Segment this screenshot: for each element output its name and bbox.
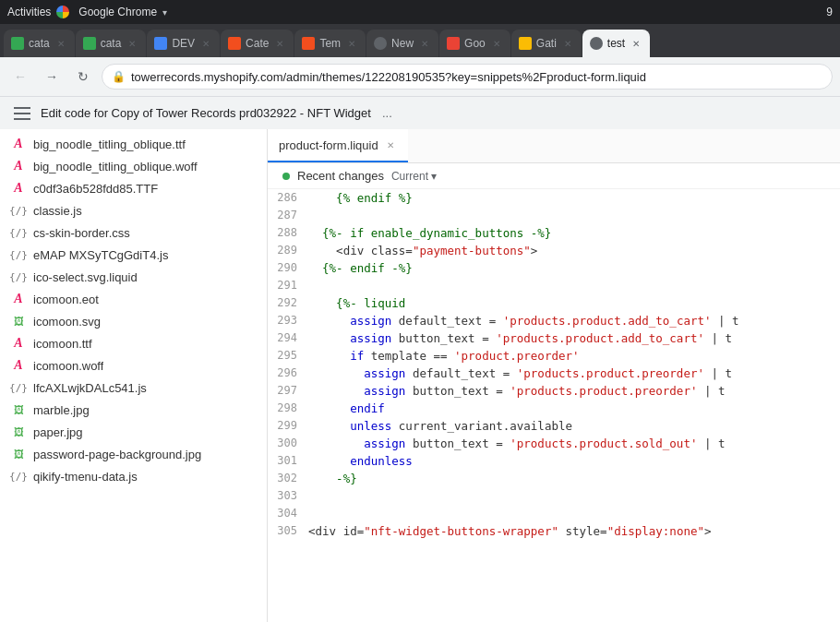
font-file-icon: A xyxy=(11,336,26,351)
sidebar-item[interactable]: Abig_noodle_titling_oblique.woff xyxy=(0,155,267,177)
tab-close-cata2[interactable]: ✕ xyxy=(126,37,138,50)
line-number: 298 xyxy=(268,400,305,417)
image-file-icon: 🖼 xyxy=(11,447,26,461)
line-number: 299 xyxy=(268,417,305,435)
line-content[interactable]: if template == 'product.preorder' xyxy=(305,347,840,365)
tab-close-dev[interactable]: ✕ xyxy=(199,37,212,50)
lock-icon: 🔒 xyxy=(112,70,126,83)
line-content[interactable]: assign default_text = 'products.product.… xyxy=(305,312,840,329)
line-content[interactable]: {%- if enable_dynamic_buttons -%} xyxy=(305,224,840,242)
sidebar-item[interactable]: {/}ico-select.svg.liquid xyxy=(0,266,267,288)
tab-goo[interactable]: Goo ✕ xyxy=(439,30,510,57)
tab-close-cate[interactable]: ✕ xyxy=(273,37,286,50)
sidebar-item-name: cs-skin-border.css xyxy=(33,226,130,240)
code-line: 298 endif xyxy=(268,400,840,417)
tab-test[interactable]: test ✕ xyxy=(582,30,650,57)
sidebar-item[interactable]: 🖼marble.jpg xyxy=(0,399,267,421)
tab-favicon-gati xyxy=(519,37,532,50)
sidebar-item-name: c0df3a6b528fdd85.TTF xyxy=(33,182,158,196)
activities-label[interactable]: Activities xyxy=(7,6,51,18)
code-line: 289 <div class="payment-buttons"> xyxy=(268,242,840,259)
tab-close-gati[interactable]: ✕ xyxy=(561,37,574,50)
line-number: 303 xyxy=(268,487,305,505)
recent-changes-dot xyxy=(282,173,290,180)
forward-button[interactable]: → xyxy=(39,64,65,90)
url-bar[interactable]: 🔒 towerrecords.myshopify.com/admin/theme… xyxy=(102,64,833,90)
tab-dev[interactable]: DEV ✕ xyxy=(147,30,220,57)
tab-cate[interactable]: Cate ✕ xyxy=(221,30,294,57)
line-number: 295 xyxy=(268,347,305,365)
tab-close-test[interactable]: ✕ xyxy=(630,37,642,50)
line-content[interactable]: {%- liquid xyxy=(305,294,840,312)
back-button[interactable]: ← xyxy=(7,64,33,90)
line-content[interactable]: <div id="nft-widget-buttons-wrapper" sty… xyxy=(305,522,840,540)
code-editor[interactable]: 286 {% endif %}287 288 {%- if enable_dyn… xyxy=(268,189,840,622)
line-content[interactable]: -%} xyxy=(305,470,840,487)
line-content[interactable]: <div class="payment-buttons"> xyxy=(305,242,840,259)
tab-favicon-goo xyxy=(447,37,460,50)
editor-tab-product-form[interactable]: product-form.liquid ✕ xyxy=(268,129,408,162)
sidebar-item[interactable]: {/}eMAP MXSyTCgGdiT4.js xyxy=(0,244,267,266)
sidebar-item[interactable]: Ac0df3a6b528fdd85.TTF xyxy=(0,177,267,199)
sidebar-item[interactable]: Abig_noodle_titling_oblique.ttf xyxy=(0,133,267,155)
sidebar-item-name: eMAP MXSyTCgGdiT4.js xyxy=(33,248,168,262)
tab-close-tem[interactable]: ✕ xyxy=(345,37,358,50)
sidebar-item[interactable]: Aicomoon.woff xyxy=(0,354,267,377)
line-content[interactable]: unless current_variant.available xyxy=(305,417,840,435)
font-file-icon: A xyxy=(11,181,26,196)
sidebar-item-name: icomoon.woff xyxy=(33,359,103,373)
tab-tem[interactable]: Tem ✕ xyxy=(294,30,366,57)
sidebar-item[interactable]: {/}lfcAXLwjkDALc541.js xyxy=(0,377,267,399)
code-line: 302 -%} xyxy=(268,470,840,487)
line-content[interactable] xyxy=(305,207,840,224)
sidebar-item[interactable]: 🖼icomoon.svg xyxy=(0,310,267,332)
line-number: 305 xyxy=(268,522,305,540)
tab-favicon-cata2 xyxy=(83,37,96,50)
image-file-icon: 🖼 xyxy=(11,314,26,329)
tab-new[interactable]: New ✕ xyxy=(366,30,438,57)
line-content[interactable] xyxy=(305,505,840,522)
sidebar-item[interactable]: 🖼password-page-background.jpg xyxy=(0,443,267,465)
line-content[interactable]: {% endif %} xyxy=(305,189,840,207)
more-options-button[interactable]: ... xyxy=(378,104,396,122)
tab-close-goo[interactable]: ✕ xyxy=(490,37,503,50)
editor-tab-close[interactable]: ✕ xyxy=(384,138,397,151)
sidebar-item[interactable]: {/}cs-skin-border.css xyxy=(0,221,267,244)
line-content[interactable]: assign button_text = 'products.product.p… xyxy=(305,382,840,400)
tab-gati[interactable]: Gati ✕ xyxy=(511,30,582,57)
code-line: 293 assign default_text = 'products.prod… xyxy=(268,312,840,329)
line-content[interactable]: endif xyxy=(305,400,840,417)
sidebar-item[interactable]: Aicomoon.ttf xyxy=(0,332,267,354)
line-content[interactable] xyxy=(305,277,840,294)
line-content[interactable]: assign button_text = 'products.product.a… xyxy=(305,329,840,347)
page-title: Edit code for Copy of Tower Records prd0… xyxy=(41,106,371,120)
current-button[interactable]: Current ▾ xyxy=(391,170,437,183)
font-file-icon: A xyxy=(11,358,26,373)
line-number: 289 xyxy=(268,242,305,259)
sidebar-items: Abig_noodle_titling_oblique.ttfAbig_nood… xyxy=(0,129,267,491)
line-content[interactable]: assign button_text = 'products.product.s… xyxy=(305,435,840,452)
sidebar-item[interactable]: Aicomoon.eot xyxy=(0,288,267,310)
sidebar-item-name: marble.jpg xyxy=(33,403,90,417)
tab-close-cata1[interactable]: ✕ xyxy=(54,37,67,50)
line-content[interactable] xyxy=(305,487,840,505)
sidebar-item[interactable]: {/}qikify-tmenu-data.js xyxy=(0,465,267,487)
sidebar-item-name: password-page-background.jpg xyxy=(33,448,201,461)
code-line: 292 {%- liquid xyxy=(268,294,840,312)
line-content[interactable]: {%- endif -%} xyxy=(305,259,840,277)
line-content[interactable]: endunless xyxy=(305,452,840,470)
sidebar-toggle-button[interactable] xyxy=(11,102,33,125)
sidebar-item-name: icomoon.ttf xyxy=(33,337,92,351)
code-line: 291 xyxy=(268,277,840,294)
code-line: 288 {%- if enable_dynamic_buttons -%} xyxy=(268,224,840,242)
sidebar-item[interactable]: 🖼paper.jpg xyxy=(0,421,267,443)
tab-cata2[interactable]: cata ✕ xyxy=(76,30,147,57)
line-number: 290 xyxy=(268,259,305,277)
hamburger-icon xyxy=(14,107,30,120)
line-content[interactable]: assign default_text = 'products.product.… xyxy=(305,365,840,382)
tab-cata1[interactable]: cata ✕ xyxy=(4,30,75,57)
code-line: 299 unless current_variant.available xyxy=(268,417,840,435)
tab-close-new[interactable]: ✕ xyxy=(418,37,431,50)
sidebar-item[interactable]: {/}classie.js xyxy=(0,199,267,221)
reload-button[interactable]: ↻ xyxy=(70,64,96,90)
